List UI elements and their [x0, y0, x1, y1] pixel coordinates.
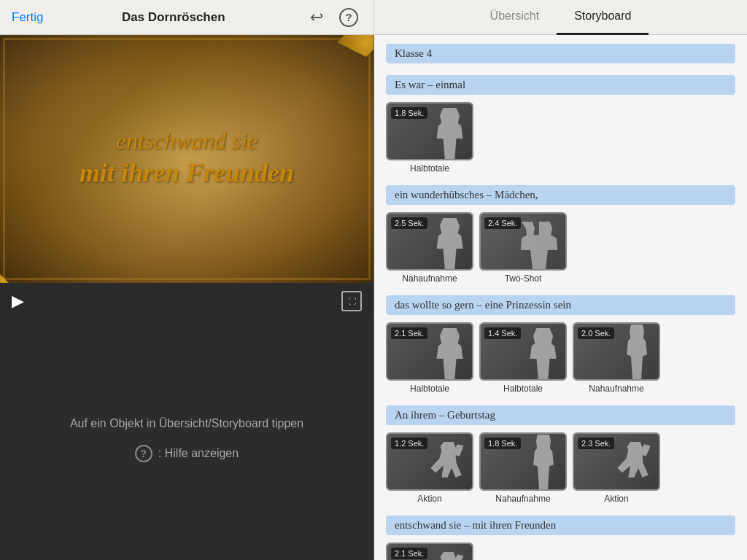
storyboard-section-4: An ihrem – Geburtstag 1.2 Sek. Aktion [386, 405, 735, 504]
time-badge-s1: 1.8 Sek. [391, 107, 427, 119]
section-label-2: ein wunderhübsches – Mädchen, [386, 185, 735, 205]
corner-decoration-topright [337, 35, 374, 71]
time-badge-s3: 2.4 Sek. [484, 217, 521, 229]
top-bar: Fertig Das Dornröschen ↩ ? Übersicht Sto… [0, 0, 747, 35]
time-badge-s10: 2.1 Sek. [391, 548, 427, 559]
scene-cards-2: 2.5 Sek. Nahaufnahme 2.4 Sek. Two-Shot [386, 212, 735, 284]
time-badge-s6: 2.0 Sek. [578, 327, 614, 339]
silhouette-s7 [427, 442, 468, 489]
scene-thumb-s3: 2.4 Sek. [479, 212, 567, 271]
page-title: Das Dornröschen [55, 10, 292, 25]
help-hint: ? : Hilfe anzeigen [135, 445, 239, 462]
scene-cards-3: 2.1 Sek. Halbtotale 1.4 Sek. Halbtotale [386, 322, 735, 394]
fullscreen-icon: ⛶ [348, 297, 356, 306]
scene-thumb-s5: 1.4 Sek. [479, 322, 567, 381]
section-label-1: Es war – einmal [386, 75, 735, 95]
time-badge-s5: 1.4 Sek. [484, 327, 521, 339]
book-overlay: entschwand sie mit ihren Freunden [0, 35, 374, 283]
storyboard-section-5: entschwand sie – mit ihren Freunden 2.1 … [386, 516, 735, 560]
scene-card-s10[interactable]: 2.1 Sek. Aktion [386, 542, 473, 560]
scene-label-s7: Aktion [417, 494, 441, 504]
silhouette-s1 [433, 108, 466, 159]
instructions-area: Auf ein Objekt in Übersicht/Storyboard t… [0, 319, 374, 560]
silhouette-s9 [614, 442, 654, 489]
video-preview: entschwand sie mit ihren Freunden [0, 35, 374, 283]
scene-thumb-s8: 1.8 Sek. [479, 432, 567, 491]
scene-cards-4: 1.2 Sek. Aktion 1.8 Sek. Nahaufnahme [386, 432, 735, 504]
scene-card-s7[interactable]: 1.2 Sek. Aktion [386, 432, 473, 504]
video-thumbnail: entschwand sie mit ihren Freunden [0, 35, 374, 283]
scene-thumb-s6: 2.0 Sek. [573, 322, 660, 381]
tab-ubersicht[interactable]: Übersicht [473, 0, 557, 35]
scene-thumb-s10: 2.1 Sek. [386, 542, 473, 560]
video-controls-bar: ▶ ⛶ [0, 283, 374, 319]
scene-card-s5[interactable]: 1.4 Sek. Halbtotale [479, 322, 567, 394]
scene-card-s3[interactable]: 2.4 Sek. Two-Shot [479, 212, 567, 284]
scene-thumb-s4: 2.1 Sek. [386, 322, 473, 381]
video-text-line2: mit ihren Freunden [80, 158, 294, 188]
left-header: Fertig Das Dornröschen ↩ ? [0, 4, 374, 31]
undo-button[interactable]: ↩ [303, 4, 330, 31]
storyboard-section-2: ein wunderhübsches – Mädchen, 2.5 Sek. N… [386, 185, 735, 284]
scene-thumb-s9: 2.3 Sek. [573, 432, 660, 491]
silhouette-s3 [517, 222, 561, 269]
scene-card-s2[interactable]: 2.5 Sek. Nahaufnahme [386, 212, 473, 284]
scene-card-s1[interactable]: 1.8 Sek. Halbtotale [386, 102, 473, 174]
time-badge-s8: 1.8 Sek. [484, 438, 521, 449]
scene-card-s6[interactable]: 2.0 Sek. Nahaufnahme [573, 322, 660, 394]
play-icon: ▶ [12, 292, 24, 310]
storyboard-panel: Klasse 4 Es war – einmal 1.8 Sek. Halbto… [374, 35, 747, 560]
scene-cards-1: 1.8 Sek. Halbtotale [386, 102, 735, 174]
scene-label-s4: Halbtotale [410, 384, 449, 394]
scene-cards-5: 2.1 Sek. Aktion [386, 542, 735, 560]
help-icon-inline: ? [135, 445, 152, 462]
time-badge-s9: 2.3 Sek. [578, 438, 614, 449]
scene-label-s2: Nahaufnahme [402, 273, 457, 284]
scene-label-s1: Halbtotale [410, 163, 449, 174]
tab-bar: Übersicht Storyboard [374, 0, 747, 35]
scene-card-s4[interactable]: 2.1 Sek. Halbtotale [386, 322, 473, 394]
section-label-5: entschwand sie – mit ihren Freunden [386, 516, 735, 535]
help-button[interactable]: ? [336, 4, 362, 31]
main-content: entschwand sie mit ihren Freunden ▶ ⛶ Au… [0, 35, 747, 560]
silhouette-s6 [622, 324, 651, 379]
time-badge-s2: 2.5 Sek. [391, 217, 427, 229]
section-label-0: Klasse 4 [386, 44, 735, 63]
tab-storyboard[interactable]: Storyboard [557, 0, 649, 35]
scene-label-s5: Halbtotale [503, 384, 543, 394]
storyboard-section-0: Klasse 4 [386, 44, 735, 63]
section-label-4: An ihrem – Geburtstag [386, 405, 735, 425]
scene-label-s9: Aktion [604, 494, 628, 504]
time-badge-s7: 1.2 Sek. [391, 438, 427, 449]
corner-decoration-bottomleft [0, 261, 22, 283]
help-circle-icon: ? [339, 8, 358, 27]
scene-label-s8: Nahaufnahme [495, 494, 550, 504]
storyboard-section-1: Es war – einmal 1.8 Sek. Halbtotale [386, 75, 735, 174]
instruction-text: Auf ein Objekt in Übersicht/Storyboard t… [70, 417, 303, 430]
silhouette-s10 [427, 552, 468, 560]
silhouette-s2 [433, 218, 466, 269]
storyboard-section-3: das wollte so gern – eine Prinzessin sei… [386, 295, 735, 394]
scene-label-s6: Nahaufnahme [589, 384, 643, 394]
silhouette-s4 [433, 328, 466, 379]
left-panel: entschwand sie mit ihren Freunden ▶ ⛶ Au… [0, 35, 374, 560]
scene-thumb-s2: 2.5 Sek. [386, 212, 473, 271]
silhouette-s5 [527, 328, 560, 379]
tab-group: Übersicht Storyboard [473, 0, 649, 35]
scene-thumb-s7: 1.2 Sek. [386, 432, 473, 491]
silhouette-s8 [529, 435, 558, 489]
video-text-line1: entschwand sie [116, 128, 258, 155]
fertig-button[interactable]: Fertig [12, 10, 43, 25]
undo-icon: ↩ [310, 8, 323, 27]
section-label-3: das wollte so gern – eine Prinzessin sei… [386, 295, 735, 315]
play-button[interactable]: ▶ [12, 292, 24, 311]
scene-card-s8[interactable]: 1.8 Sek. Nahaufnahme [479, 432, 567, 504]
scene-label-s3: Two-Shot [505, 273, 542, 284]
time-badge-s4: 2.1 Sek. [391, 327, 427, 339]
fullscreen-button[interactable]: ⛶ [341, 291, 362, 311]
scene-thumb-s1: 1.8 Sek. [386, 102, 473, 160]
help-hint-text: : Hilfe anzeigen [158, 447, 239, 460]
scene-card-s9[interactable]: 2.3 Sek. Aktion [573, 432, 660, 504]
